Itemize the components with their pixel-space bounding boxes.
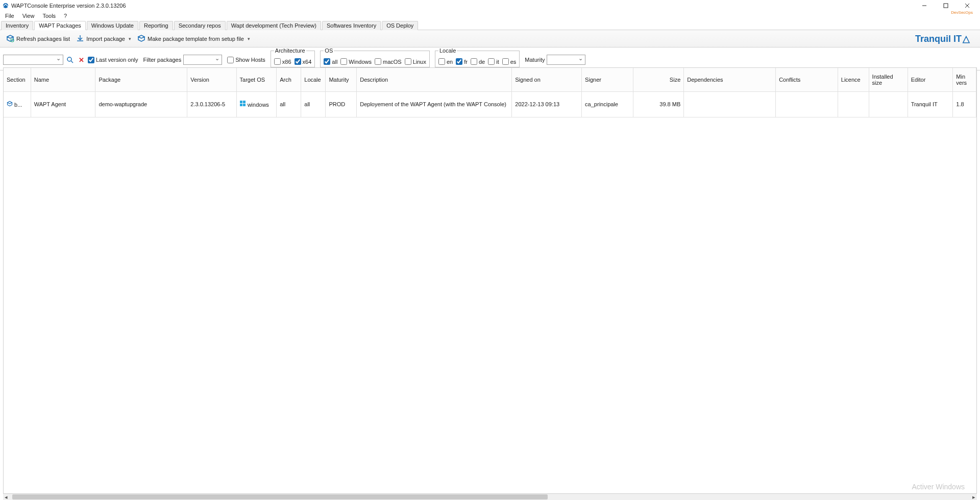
locale-legend: Locale — [438, 47, 457, 54]
th-dependencies[interactable]: Dependencies — [684, 68, 776, 70]
packages-table-wrap[interactable]: Section Name Package Version Target OS A… — [3, 67, 977, 70]
th-target-os[interactable]: Target OS — [236, 68, 277, 70]
tab-strip: Inventory WAPT Packages Windows Update R… — [0, 20, 980, 30]
maximize-button[interactable] — [935, 0, 957, 11]
tab-windows-update[interactable]: Windows Update — [87, 21, 138, 30]
brand-sub: DevSecOps — [951, 10, 973, 15]
architecture-group: Architecture x86 x64 — [271, 51, 315, 67]
packages-table: Section Name Package Version Target OS A… — [4, 68, 976, 70]
menu-bar: File View Tools ? — [0, 11, 980, 20]
th-installed-size[interactable]: Installed size — [869, 68, 908, 70]
locale-en-checkbox[interactable]: en — [438, 58, 453, 65]
tab-secondary-repos[interactable]: Secondary repos — [174, 21, 226, 30]
last-version-only-checkbox[interactable]: Last version only — [88, 57, 138, 63]
th-version[interactable]: Version — [187, 68, 236, 70]
show-hosts-input[interactable] — [227, 57, 234, 63]
menu-file[interactable]: File — [1, 12, 18, 20]
brand-name: Tranquil IT — [915, 34, 962, 44]
locale-fr-checkbox[interactable]: fr — [456, 58, 468, 65]
show-hosts-label: Show Hosts — [235, 57, 265, 63]
th-description[interactable]: Description — [357, 68, 512, 70]
th-name[interactable]: Name — [31, 68, 95, 70]
tab-wapt-dev[interactable]: Wapt development (Tech Preview) — [227, 21, 321, 30]
maturity-label: Maturity — [525, 57, 545, 63]
os-macos-checkbox[interactable]: macOS — [375, 58, 402, 65]
arch-x64-checkbox[interactable]: x64 — [295, 58, 312, 65]
architecture-legend: Architecture — [274, 47, 306, 54]
download-icon — [76, 34, 84, 43]
import-package-button[interactable]: Import package — [73, 33, 134, 45]
os-group: OS all Windows macOS Linux — [320, 51, 430, 67]
menu-tools[interactable]: Tools — [38, 12, 60, 20]
th-size[interactable]: Size — [633, 68, 684, 70]
svg-rect-2 — [944, 4, 948, 8]
last-version-only-input[interactable] — [88, 57, 94, 63]
refresh-label: Refresh packages list — [16, 36, 70, 42]
package-refresh-icon — [6, 34, 14, 43]
filter-packages-label: Filter packages — [143, 57, 182, 63]
tab-os-deploy[interactable]: OS Deploy — [382, 21, 418, 30]
th-section[interactable]: Section — [4, 68, 31, 70]
import-label: Import package — [86, 36, 125, 42]
make-template-button[interactable]: Make package template from setup file — [134, 33, 253, 45]
os-legend: OS — [324, 47, 334, 54]
brand-triangle-icon: △ — [963, 33, 970, 44]
toolbar: Refresh packages list Import package Mak… — [0, 30, 980, 47]
clear-icon[interactable]: ✕ — [77, 55, 86, 64]
refresh-button[interactable]: Refresh packages list — [3, 33, 73, 45]
brand-logo: Tranquil IT △ DevSecOps — [915, 33, 977, 44]
window-title: WAPTConsole Enterprise version 2.3.0.132… — [11, 3, 914, 9]
search-combo[interactable] — [3, 55, 63, 65]
th-arch[interactable]: Arch — [277, 68, 301, 70]
locale-es-checkbox[interactable]: es — [502, 58, 517, 65]
svg-point-6 — [67, 57, 71, 61]
package-icon — [137, 34, 145, 43]
tab-wapt-packages[interactable]: WAPT Packages — [34, 21, 86, 30]
table-header-row: Section Name Package Version Target OS A… — [4, 68, 976, 70]
os-windows-checkbox[interactable]: Windows — [340, 58, 372, 65]
locale-de-checkbox[interactable]: de — [471, 58, 485, 65]
maturity-combo[interactable] — [547, 55, 585, 65]
svg-line-7 — [71, 61, 73, 63]
tab-inventory[interactable]: Inventory — [1, 21, 33, 30]
th-signer[interactable]: Signer — [582, 68, 633, 70]
tab-softwares-inventory[interactable]: Softwares Inventory — [322, 21, 381, 30]
th-min-vers[interactable]: Min vers — [953, 68, 976, 70]
title-bar: WAPTConsole Enterprise version 2.3.0.132… — [0, 0, 980, 11]
os-all-checkbox[interactable]: all — [324, 58, 337, 65]
th-locale[interactable]: Locale — [301, 68, 326, 70]
locale-group: Locale en fr de it es — [435, 51, 520, 67]
last-version-only-label: Last version only — [96, 57, 138, 63]
menu-help[interactable]: ? — [60, 12, 71, 20]
close-button[interactable] — [957, 0, 978, 11]
th-package[interactable]: Package — [95, 68, 187, 70]
filter-packages-combo[interactable] — [183, 55, 222, 65]
arch-x86-checkbox[interactable]: x86 — [274, 58, 291, 65]
th-editor[interactable]: Editor — [908, 68, 953, 70]
make-template-label: Make package template from setup file — [148, 36, 244, 42]
th-conflicts[interactable]: Conflicts — [776, 68, 838, 70]
th-licence[interactable]: Licence — [838, 68, 869, 70]
th-signed-on[interactable]: Signed on — [512, 68, 582, 70]
show-hosts-checkbox[interactable]: Show Hosts — [227, 57, 265, 63]
os-linux-checkbox[interactable]: Linux — [405, 58, 426, 65]
search-icon[interactable] — [65, 55, 75, 64]
th-maturity[interactable]: Maturity — [326, 68, 357, 70]
tab-reporting[interactable]: Reporting — [139, 21, 173, 30]
minimize-button[interactable] — [914, 0, 935, 11]
app-icon — [2, 2, 9, 9]
menu-view[interactable]: View — [18, 12, 39, 20]
window-controls — [914, 0, 978, 11]
locale-it-checkbox[interactable]: it — [488, 58, 499, 65]
